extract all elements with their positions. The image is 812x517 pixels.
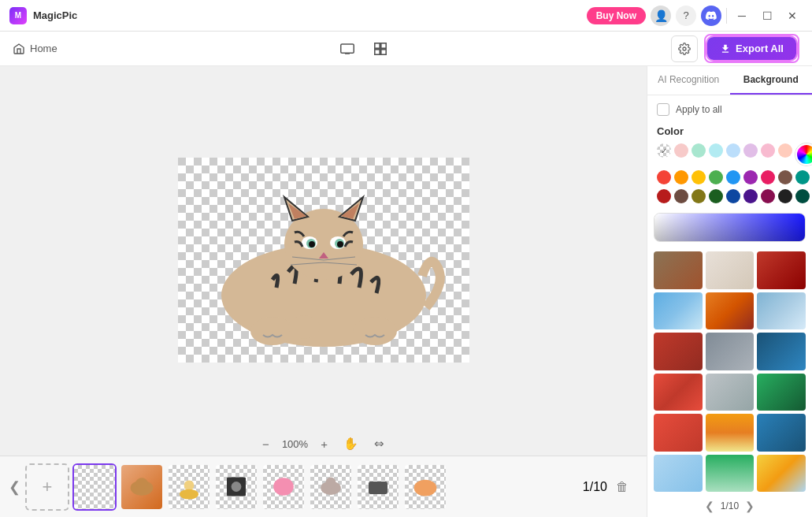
film-item-3[interactable]	[167, 463, 211, 511]
tab-ai-recognition[interactable]: AI Recognition	[647, 66, 730, 95]
panel-tabs: AI Recognition Background	[647, 66, 812, 95]
transparent-swatch[interactable]	[657, 143, 671, 158]
color-swatch-pink-light[interactable]	[674, 143, 688, 158]
texture-9[interactable]	[757, 333, 806, 370]
zoom-in-icon: +	[321, 437, 328, 451]
color-swatch-blue-light[interactable]	[726, 143, 740, 158]
filmstrip-prev-button[interactable]: ❮	[6, 463, 22, 511]
svg-point-23	[309, 241, 315, 247]
app-logo: M	[9, 7, 27, 24]
film-thumb-3	[169, 465, 209, 509]
color-swatch-purple-light[interactable]	[743, 143, 758, 158]
grid-view-button[interactable]	[369, 37, 392, 61]
color-swatch-dark-green[interactable]	[709, 189, 723, 203]
add-image-button[interactable]: +	[25, 463, 69, 511]
color-swatch-amber[interactable]	[691, 170, 706, 184]
svg-rect-5	[375, 49, 380, 54]
texture-2[interactable]	[706, 251, 755, 288]
settings-button[interactable]	[671, 35, 698, 62]
texture-12[interactable]	[757, 374, 806, 411]
split-view-button[interactable]: ⇔	[371, 433, 387, 454]
canvas-area: − 100% + ✋ ⇔ ❮ +	[0, 66, 647, 517]
svg-point-7	[683, 47, 686, 50]
color-swatch-bluegreen[interactable]	[795, 170, 810, 184]
right-panel: AI Recognition Background Apply to all C…	[647, 66, 812, 517]
color-swatch-cyan-light[interactable]	[709, 143, 723, 158]
color-swatch-dark-teal[interactable]	[795, 189, 810, 203]
texture-5[interactable]	[706, 292, 755, 329]
texture-15[interactable]	[757, 414, 806, 451]
texture-10[interactable]	[654, 374, 703, 411]
delete-image-button[interactable]: 🗑	[610, 475, 634, 499]
texture-18[interactable]	[757, 455, 806, 492]
tab-background[interactable]: Background	[730, 66, 813, 95]
hand-tool-button[interactable]: ✋	[340, 433, 362, 454]
buy-now-button[interactable]: Buy Now	[587, 7, 646, 24]
color-swatch-black[interactable]	[778, 189, 792, 203]
minimize-button[interactable]: ─	[732, 6, 752, 26]
maximize-button[interactable]: ☐	[757, 6, 777, 26]
film-item-6[interactable]	[309, 463, 353, 511]
apply-to-all-checkbox[interactable]	[657, 103, 669, 116]
export-all-button[interactable]: Export All	[707, 37, 796, 60]
color-swatch-dark-purple[interactable]	[743, 189, 758, 203]
navbar: Home Export All	[0, 32, 812, 66]
texture-3[interactable]	[757, 251, 806, 288]
film-item-8[interactable]	[403, 463, 447, 511]
color-swatch-dark-red[interactable]	[657, 189, 671, 203]
home-nav[interactable]: Home	[13, 43, 57, 55]
color-section-title: Color	[657, 125, 803, 137]
discord-button[interactable]	[701, 6, 721, 26]
color-swatch-dark-yellow[interactable]	[691, 189, 706, 203]
texture-prev-button[interactable]: ❮	[705, 500, 714, 512]
color-swatch-orange[interactable]	[674, 170, 688, 184]
close-button[interactable]: ✕	[782, 6, 803, 26]
film-item-7[interactable]	[356, 463, 400, 511]
user-avatar[interactable]: 👤	[651, 6, 671, 26]
svg-point-30	[250, 317, 295, 345]
color-swatch-red[interactable]	[657, 170, 671, 184]
texture-7[interactable]	[654, 333, 703, 370]
texture-1[interactable]	[654, 251, 703, 288]
color-swatch-dark-pink[interactable]	[761, 189, 775, 203]
texture-17[interactable]	[706, 455, 755, 492]
color-swatch-purple[interactable]	[743, 170, 758, 184]
color-swatch-mint[interactable]	[691, 143, 706, 158]
nav-center	[336, 37, 392, 61]
texture-11[interactable]	[706, 374, 755, 411]
color-swatch-orange-light[interactable]	[778, 143, 792, 158]
zoom-out-button[interactable]: −	[259, 434, 273, 454]
texture-6[interactable]	[757, 292, 806, 329]
app-name: MagicPic	[33, 9, 77, 21]
film-item-2[interactable]	[120, 463, 164, 511]
zoom-in-button[interactable]: +	[317, 434, 331, 454]
color-swatch-blue[interactable]	[726, 170, 740, 184]
color-swatch-dark-brown[interactable]	[674, 189, 688, 203]
monitor-view-button[interactable]	[336, 37, 359, 61]
film-item-4[interactable]	[214, 463, 258, 511]
texture-pagination: ❮ 1/10 ❯	[647, 495, 812, 517]
color-swatch-dark-blue[interactable]	[726, 189, 740, 203]
texture-16[interactable]	[654, 455, 703, 492]
filmstrip: ❮ +	[0, 456, 647, 517]
help-button[interactable]: ?	[676, 6, 696, 26]
texture-next-button[interactable]: ❯	[745, 500, 755, 512]
color-wheel[interactable]	[795, 143, 812, 166]
nav-right: Export All	[671, 34, 799, 63]
texture-8[interactable]	[706, 333, 755, 370]
film-counter: 1/10 🗑	[583, 475, 640, 499]
texture-4[interactable]	[654, 292, 703, 329]
delete-icon: 🗑	[616, 480, 628, 493]
color-swatch-brown[interactable]	[778, 170, 792, 184]
texture-14[interactable]	[706, 414, 755, 451]
color-picker-gradient[interactable]	[654, 214, 805, 242]
texture-13[interactable]	[654, 414, 703, 451]
film-thumb-4	[216, 465, 257, 509]
color-swatch-rose-light[interactable]	[761, 143, 775, 158]
film-item-1[interactable]	[72, 463, 117, 511]
film-thumb-6	[310, 465, 351, 509]
color-swatch-pink[interactable]	[761, 170, 775, 184]
film-item-5[interactable]	[261, 463, 306, 511]
color-swatch-green[interactable]	[709, 170, 723, 184]
texture-gallery	[647, 248, 812, 495]
